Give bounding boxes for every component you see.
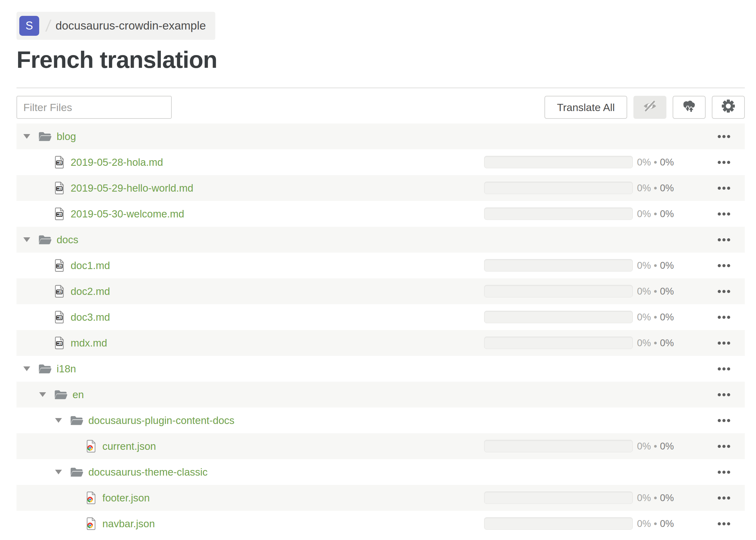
file-name-link[interactable]: docs xyxy=(57,234,78,246)
ellipsis-icon xyxy=(718,522,721,525)
file-name-link[interactable]: 2019-05-29-hello-world.md xyxy=(71,182,193,194)
toolbar: Translate All xyxy=(17,96,745,119)
file-name-link[interactable]: 2019-05-30-welcome.md xyxy=(71,208,184,220)
row-menu-button[interactable] xyxy=(718,227,730,253)
progress-percentages: 0% • 0% xyxy=(637,304,674,330)
svg-text:M↓: M↓ xyxy=(57,161,62,165)
row-left: M↓ docusaurus-theme-classic xyxy=(17,466,208,478)
collapse-caret[interactable] xyxy=(39,186,55,191)
file-name-link[interactable]: current.json xyxy=(102,441,156,452)
chevron-down-icon xyxy=(39,392,46,397)
row-menu-button[interactable] xyxy=(718,407,730,433)
file-name-link[interactable]: docusaurus-theme-classic xyxy=(88,466,208,478)
tree-row: M↓ 2019-05-28-hola.md xyxy=(17,149,745,175)
file-name-link[interactable]: 2019-05-28-hola.md xyxy=(71,157,163,168)
row-menu-button[interactable] xyxy=(718,485,730,511)
files-panel: Translate All xyxy=(17,87,745,537)
file-name-link[interactable]: doc1.md xyxy=(71,260,110,272)
row-menu-button[interactable] xyxy=(718,123,730,149)
percent-separator: • xyxy=(654,183,657,194)
progress-bar xyxy=(484,311,633,323)
chevron-down-icon xyxy=(55,470,62,474)
ellipsis-icon xyxy=(718,496,721,499)
breadcrumb-project-name[interactable]: docusaurus-crowdin-example xyxy=(55,19,206,32)
markdown-file-icon: M↓ xyxy=(55,311,65,324)
ellipsis-icon xyxy=(727,316,730,319)
collapse-caret[interactable] xyxy=(70,444,86,449)
svg-text:M↓: M↓ xyxy=(57,264,62,268)
ellipsis-icon xyxy=(718,419,721,422)
row-menu-button[interactable] xyxy=(718,175,730,201)
file-name-link[interactable]: navbar.json xyxy=(102,518,155,530)
file-name-link[interactable]: en xyxy=(73,389,84,401)
row-menu-button[interactable] xyxy=(718,382,730,407)
ellipsis-icon xyxy=(722,367,725,370)
svg-text:M↓: M↓ xyxy=(57,187,62,191)
hide-completed-button[interactable] xyxy=(633,96,667,119)
ellipsis-icon xyxy=(727,290,730,293)
collapse-caret[interactable] xyxy=(55,418,70,423)
progress-bar xyxy=(484,517,633,530)
folder-icon xyxy=(70,415,83,426)
percent-separator: • xyxy=(654,157,657,168)
collapse-caret[interactable] xyxy=(23,366,39,371)
chevron-down-icon xyxy=(23,366,30,371)
row-left: M↓ current.json xyxy=(17,440,156,453)
collapse-caret[interactable] xyxy=(39,160,55,165)
progress-bar xyxy=(484,285,633,297)
collapse-caret[interactable] xyxy=(39,289,55,294)
file-name-link[interactable]: docusaurus-plugin-content-docs xyxy=(88,415,234,427)
row-left: M↓ docs xyxy=(17,234,78,246)
ellipsis-icon xyxy=(718,264,721,267)
settings-button[interactable] xyxy=(712,96,745,119)
tree-row: M↓ doc3.md 0 xyxy=(17,304,745,330)
ellipsis-icon xyxy=(727,496,730,499)
collapse-caret[interactable] xyxy=(55,470,70,474)
file-name-link[interactable]: i18n xyxy=(57,363,76,375)
row-left: M↓ 2019-05-28-hola.md xyxy=(17,156,163,169)
ellipsis-icon xyxy=(718,471,721,474)
collapse-caret[interactable] xyxy=(70,521,86,526)
sync-button[interactable] xyxy=(673,96,705,119)
collapse-caret[interactable] xyxy=(39,392,55,397)
row-menu-button[interactable] xyxy=(718,278,730,304)
progress-bar xyxy=(484,440,633,452)
row-menu-button[interactable] xyxy=(718,459,730,485)
page-root: S / docusaurus-crowdin-example French tr… xyxy=(0,0,756,537)
ellipsis-icon xyxy=(722,522,725,525)
ellipsis-icon xyxy=(727,522,730,525)
collapse-caret[interactable] xyxy=(70,495,86,500)
file-name-link[interactable]: mdx.md xyxy=(71,337,107,349)
collapse-caret[interactable] xyxy=(23,134,39,139)
ellipsis-icon xyxy=(718,161,721,164)
tree-row: M↓ en xyxy=(17,382,745,407)
row-menu-button[interactable] xyxy=(718,253,730,278)
tree-row: M↓ docusaurus-plugin-content-docs xyxy=(17,407,745,433)
approved-percent: 0% xyxy=(660,157,674,168)
filter-files-input[interactable] xyxy=(17,96,172,119)
collapse-caret[interactable] xyxy=(39,340,55,345)
progress-percentages: 0% • 0% xyxy=(637,175,674,201)
row-menu-button[interactable] xyxy=(718,356,730,382)
row-menu-button[interactable] xyxy=(718,511,730,537)
collapse-caret[interactable] xyxy=(39,263,55,268)
row-menu-button[interactable] xyxy=(718,201,730,227)
file-name-link[interactable]: doc3.md xyxy=(71,311,110,323)
collapse-caret[interactable] xyxy=(39,211,55,216)
progress-percentages: 0% • 0% xyxy=(637,278,674,304)
file-name-link[interactable]: footer.json xyxy=(102,492,150,504)
file-name-link[interactable]: blog xyxy=(57,131,76,142)
row-menu-button[interactable] xyxy=(718,433,730,459)
approved-percent: 0% xyxy=(660,183,674,194)
row-menu-button[interactable] xyxy=(718,304,730,330)
row-menu-button[interactable] xyxy=(718,330,730,356)
folder-icon xyxy=(55,389,68,400)
translate-all-button[interactable]: Translate All xyxy=(544,96,627,119)
ellipsis-icon xyxy=(722,135,725,138)
collapse-caret[interactable] xyxy=(39,315,55,320)
collapse-caret[interactable] xyxy=(23,237,39,242)
row-menu-button[interactable] xyxy=(718,149,730,175)
project-avatar[interactable]: S xyxy=(19,16,39,36)
folder-icon xyxy=(70,467,83,477)
file-name-link[interactable]: doc2.md xyxy=(71,286,110,297)
